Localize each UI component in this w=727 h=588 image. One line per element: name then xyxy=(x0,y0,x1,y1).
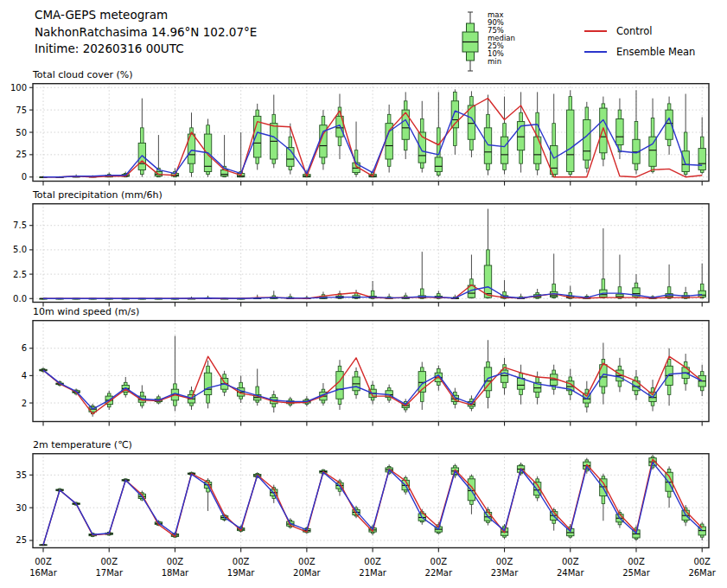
x-axis-label: 00Z19Mar xyxy=(227,557,255,578)
x-axis-label: 00Z22Mar xyxy=(425,557,453,578)
svg-text:7.5: 7.5 xyxy=(13,220,27,230)
init-time: Initime: 20260316 00UTC xyxy=(35,41,257,58)
x-axis-label: 00Z16Mar xyxy=(29,557,57,578)
x-axis-label: 00Z17Mar xyxy=(95,557,123,578)
panel-svg-0: 0255075100 xyxy=(0,83,727,192)
svg-text:4: 4 xyxy=(22,371,27,380)
meteogram-page: CMA-GEPS meteogram NakhonRatchasima 14.9… xyxy=(0,0,727,588)
panel-title-cloud: Total cloud cover (%) xyxy=(33,69,133,80)
boxplot-legend: max 90% 75% median 25% 10% min xyxy=(459,9,563,74)
x-axis-label: 00Z26Mar xyxy=(688,557,716,578)
svg-text:6: 6 xyxy=(22,343,27,353)
station-location: NakhonRatchasima 14.96°N 102.07°E xyxy=(35,24,257,42)
svg-text:0: 0 xyxy=(22,172,27,182)
legend-ensemble-mean: Ensemble Mean xyxy=(584,47,695,57)
svg-text:2: 2 xyxy=(22,399,27,408)
ensemble-line-swatch xyxy=(584,51,607,53)
svg-text:30: 30 xyxy=(16,503,27,513)
ensemble-label: Ensemble Mean xyxy=(616,46,695,58)
svg-text:75: 75 xyxy=(16,105,27,115)
page-header: CMA-GEPS meteogram NakhonRatchasima 14.9… xyxy=(35,7,257,58)
x-axis-label: 00Z23Mar xyxy=(491,557,519,578)
svg-text:25: 25 xyxy=(16,535,27,545)
legend-control: Control xyxy=(584,26,653,36)
svg-text:2.5: 2.5 xyxy=(13,270,27,279)
boxplot-glyph-icon xyxy=(459,10,481,74)
panel-title-temp: 2m temperature (℃) xyxy=(33,439,132,451)
svg-text:100: 100 xyxy=(10,83,27,93)
x-axis-label: 00Z24Mar xyxy=(557,557,584,578)
x-axis-label: 00Z18Mar xyxy=(162,557,189,578)
control-line-swatch xyxy=(584,30,607,32)
panel-svg-3: 253035 xyxy=(0,453,727,559)
legend-label-min: min xyxy=(488,57,501,66)
boxplot-legend-labels: max 90% 75% median 25% 10% min xyxy=(488,9,557,74)
page-title: CMA-GEPS meteogram xyxy=(35,7,257,24)
control-label: Control xyxy=(616,25,653,37)
x-axis-label: 00Z21Mar xyxy=(359,557,386,578)
x-axis-label: 00Z25Mar xyxy=(622,557,650,578)
svg-text:25: 25 xyxy=(16,150,27,159)
svg-text:50: 50 xyxy=(16,128,27,137)
x-axis-label: 00Z20Mar xyxy=(293,557,321,578)
svg-text:35: 35 xyxy=(16,470,27,480)
panel-svg-1: 0.02.55.07.5 xyxy=(0,203,727,313)
svg-text:0.0: 0.0 xyxy=(13,294,27,304)
svg-text:5.0: 5.0 xyxy=(13,245,27,254)
panel-svg-2: 246 xyxy=(0,320,727,432)
